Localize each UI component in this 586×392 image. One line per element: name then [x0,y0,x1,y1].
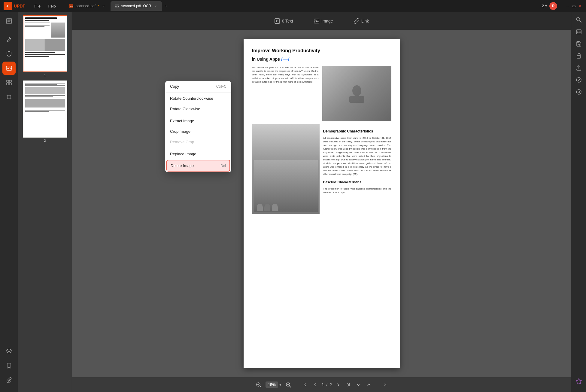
next-page-button[interactable] [334,381,342,389]
image-toolbar-button[interactable]: Image [309,16,337,26]
svg-rect-15 [7,83,9,85]
expand-pages-button[interactable] [355,381,363,389]
svg-line-26 [260,386,261,387]
page-total: 2 [330,382,332,387]
pdf-col-image[interactable] [252,124,320,214]
last-page-button[interactable] [345,381,352,389]
export-right-button[interactable] [573,62,584,73]
close-nav-button[interactable]: × [381,381,389,389]
close-button[interactable]: ✕ [578,4,582,8]
ctx-remove-crop: Remove Crop [165,137,231,147]
ocr-tool-button[interactable]: OCR [2,62,16,75]
svg-point-33 [576,18,580,21]
svg-rect-23 [349,96,364,103]
bottom-toolbar: 15% ▾ 1 / 2 [72,377,571,392]
tab-2-label: scanned-pdf_OCR [121,4,151,8]
save-right-button[interactable] [573,38,584,49]
thumbnails-panel: 1 2 [18,12,72,392]
zoom-dropdown-arrow[interactable]: ▾ [279,382,281,387]
ctx-copy[interactable]: Copy Ctrl+C [165,81,231,92]
zoom-in-button[interactable] [284,380,293,389]
crop-tool-button[interactable] [2,90,16,104]
ctx-rotate-ccw[interactable]: Rotate Counterclockwise [165,93,231,104]
pdf-main-image[interactable] [322,66,391,121]
file-menu[interactable]: File [31,3,44,10]
ctx-delete-image[interactable]: Delete Image Del [166,160,230,172]
ctx-crop-image[interactable]: Crop Image [165,126,231,137]
zoom-display: 15% ▾ [266,381,281,388]
pdf-icon-2: PDF [115,4,119,8]
svg-rect-37 [578,44,580,46]
svg-text:OCR: OCR [7,67,12,69]
check-right-button[interactable] [573,74,584,85]
svg-text:PDF: PDF [115,5,119,8]
svg-point-40 [576,77,581,82]
svg-rect-16 [9,83,11,85]
layers-tool-button[interactable] [2,345,16,358]
pdf-page: Improve Working Productivity in Using Ap… [244,39,400,368]
ocr-right-button[interactable]: OCR [573,26,584,37]
text-icon: T [274,18,280,24]
section2-title: Baseline Characteristics [323,180,391,185]
logo-icon: U [4,2,12,10]
image-label: Image [321,19,333,23]
ctx-extract-image[interactable]: Extract Image [165,116,231,126]
lock-right-button[interactable] [573,50,584,61]
search-right-button[interactable] [573,14,584,25]
ctx-replace-image[interactable]: Replace Image [165,149,231,159]
page-separator: / [326,382,327,387]
ctx-divider-2 [165,115,231,115]
minimize-button[interactable]: ─ [565,4,569,8]
tab-2[interactable]: PDF scanned-pdf_OCR × [111,1,162,11]
version-badge[interactable]: 2 ▾ [542,4,547,8]
svg-point-22 [352,85,361,96]
logo-text: UPDF [14,4,25,8]
svg-rect-39 [577,56,581,58]
reader-tool-button[interactable] [2,14,16,28]
bookmark-tool-button[interactable] [2,359,16,372]
svg-rect-13 [7,80,9,82]
user-avatar[interactable]: R [549,2,557,10]
pdf-subtitle: in Using Apps /—/ [252,56,391,62]
tab-1[interactable]: PDF scanned-pdf * × [65,1,110,11]
thumbnail-page-2[interactable]: 2 [23,81,67,142]
svg-marker-42 [576,378,581,384]
zoom-out-button[interactable] [254,380,263,389]
section2-text: The proportion of users with baseline ch… [323,187,391,194]
tab-2-close[interactable]: × [153,4,158,8]
zoom-value[interactable]: 15% [266,381,278,388]
ctx-divider-3 [165,148,231,148]
sidebar-left: OCR [0,12,18,392]
first-page-button[interactable] [301,381,309,389]
thumbnail-img-2 [23,81,67,138]
tab-1-modified: * [98,5,99,8]
tab-1-close[interactable]: × [102,4,106,8]
collapse-pages-button[interactable] [365,381,373,389]
maximize-button[interactable]: ▭ [572,4,576,8]
organize-tool-button[interactable] [2,76,16,89]
titlebar-right: 2 ▾ R ─ ▭ ✕ [542,2,582,10]
pdf-two-col: Demographic Characteristics All consecut… [252,124,391,214]
svg-text:PDF: PDF [70,5,73,8]
link-toolbar-button[interactable]: Link [349,16,373,26]
sidebar-right: OCR [571,12,586,392]
help-menu[interactable]: Help [45,3,59,10]
attachment-tool-button[interactable] [2,373,16,387]
ai-right-button[interactable] [573,376,584,387]
edit-tool-button[interactable] [2,33,16,46]
ctx-rotate-cw[interactable]: Rotate Clockwise [165,104,231,114]
svg-rect-6 [7,18,11,24]
pdf-viewer: Improve Working Productivity in Using Ap… [72,30,571,377]
thumbnail-label-2: 2 [44,139,46,142]
disk-right-button[interactable] [573,87,584,97]
add-tab-button[interactable]: + [162,2,170,10]
svg-text:T: T [276,20,278,23]
text-toolbar-button[interactable]: T 0 Text [270,16,297,26]
svg-marker-17 [6,349,12,352]
prev-page-button[interactable] [311,381,319,389]
text-label: 0 Text [282,19,293,23]
tool-divider-1 [5,30,14,30]
thumbnail-page-1[interactable]: 1 [23,15,67,77]
protect-tool-button[interactable] [2,47,16,60]
tab-1-label: scanned-pdf [76,4,96,8]
